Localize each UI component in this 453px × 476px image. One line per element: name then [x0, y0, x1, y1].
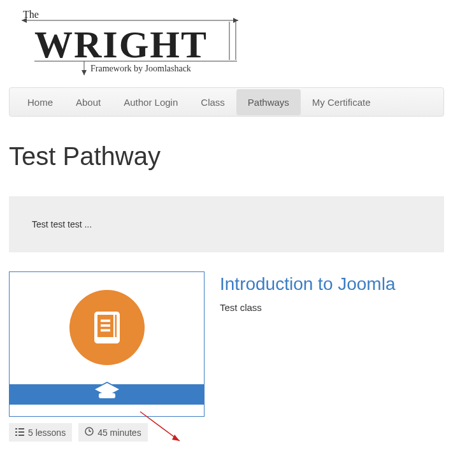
course-description: Test class	[220, 302, 444, 313]
course-info: Introduction to Joomla Test class	[220, 271, 444, 417]
course-title-link[interactable]: Introduction to Joomla	[220, 274, 444, 294]
svg-rect-11	[99, 393, 115, 398]
site-logo: The WRIGHT Framework by Joomlashack	[0, 0, 453, 83]
page-title: Test Pathway	[0, 117, 453, 184]
nav-class[interactable]: Class	[189, 89, 236, 115]
svg-rect-19	[18, 435, 24, 436]
course-thumbnail[interactable]	[9, 271, 205, 417]
svg-rect-14	[15, 428, 17, 429]
logo-the: The	[23, 9, 39, 20]
course-badges: 5 lessons 45 minutes	[9, 423, 444, 442]
course-row: Introduction to Joomla Test class	[9, 271, 444, 417]
logo-main: WRIGHT	[34, 24, 208, 66]
book-icon	[69, 290, 145, 365]
svg-rect-15	[18, 428, 24, 429]
svg-rect-17	[18, 431, 24, 433]
duration-badge: 45 minutes	[78, 423, 147, 442]
svg-marker-7	[82, 70, 87, 75]
logo-sub: Framework by Joomlashack	[90, 64, 191, 73]
nav-home[interactable]: Home	[16, 89, 64, 115]
graduation-cap-icon	[90, 379, 124, 410]
nav-author-login[interactable]: Author Login	[112, 89, 189, 115]
main-navbar: Home About Author Login Class Pathways M…	[9, 87, 444, 117]
nav-pathways[interactable]: Pathways	[236, 89, 301, 115]
svg-rect-16	[15, 431, 17, 433]
pathway-description: Test test test ...	[9, 196, 444, 252]
nav-my-certificate[interactable]: My Certificate	[301, 89, 382, 115]
clock-icon	[85, 427, 94, 438]
list-icon	[15, 428, 24, 438]
lessons-text: 5 lessons	[28, 428, 66, 438]
duration-text: 45 minutes	[97, 428, 141, 438]
svg-rect-18	[15, 435, 17, 436]
lessons-badge: 5 lessons	[9, 423, 72, 442]
nav-about[interactable]: About	[64, 89, 112, 115]
svg-point-13	[119, 400, 122, 402]
